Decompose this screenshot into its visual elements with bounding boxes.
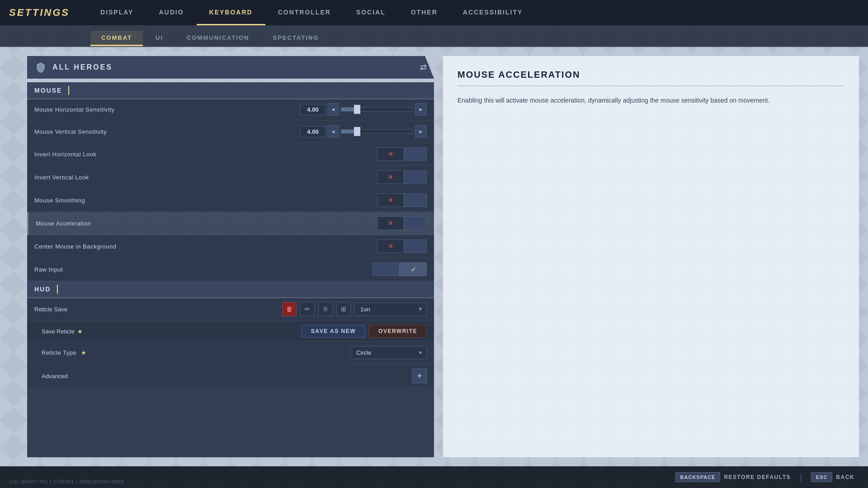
hero-icon (34, 61, 47, 74)
restore-defaults-label: RESTORE DEFAULTS (724, 474, 791, 480)
mouse-h-decrement[interactable]: ◄ (327, 103, 339, 116)
mouse-smoothing-label: Mouse Smoothing (34, 197, 377, 204)
info-panel-title: MOUSE ACCELERATION (458, 70, 844, 86)
invert-v-look-row: Invert Vertical Look ✕ (27, 166, 434, 189)
x-icon-3: ✕ (388, 197, 393, 204)
restore-defaults-button[interactable]: BACKSPACE RESTORE DEFAULTS (675, 472, 791, 482)
raw-input-toggle-on[interactable]: ✓ (400, 263, 427, 276)
center-mouse-row: Center Mouse in Background ✕ (27, 235, 434, 258)
raw-input-label: Raw Input (34, 266, 373, 273)
main-content: ALL HEROES ⇄ MOUSE Mouse Horizontal Sens… (0, 47, 868, 466)
check-icon: ✓ (410, 265, 416, 274)
advanced-label: Advanced (42, 373, 409, 380)
mouse-v-sensitivity-control: 4.00 ◄ ► (300, 125, 427, 138)
mouse-smoothing-toggle: ✕ (377, 193, 427, 207)
bottom-separator: | (800, 473, 802, 482)
nav-accessibility[interactable]: ACCESSIBILITY (450, 0, 536, 25)
mouse-acceleration-toggle: ✕ (377, 216, 427, 230)
save-reticle-label: Save Reticle ★ (42, 328, 298, 335)
bottom-bar: BACKSPACE RESTORE DEFAULTS | ESC BACK (0, 466, 868, 488)
x-icon-5: ✕ (388, 243, 393, 250)
mouse-v-decrement[interactable]: ◄ (327, 125, 339, 138)
invert-h-toggle-right[interactable] (404, 147, 427, 161)
reticle-delete-button[interactable]: 🗑 (282, 302, 297, 316)
nav-keyboard[interactable]: KEYBOARD (197, 0, 265, 25)
nav-social[interactable]: SOCIAL (344, 0, 398, 25)
reticle-type-dropdown-wrapper: Circle Crosshairs Dot Crosshairs and Dot… (350, 346, 427, 359)
x-icon-2: ✕ (388, 174, 393, 181)
uid-text: UID: 684977491 | 1708394 | 2886183094+08… (9, 479, 124, 484)
hud-section-header: HUD (27, 281, 434, 297)
center-mouse-label: Center Mouse in Background (34, 243, 377, 250)
mouse-v-sensitivity-label: Mouse Vertical Sensitivity (34, 128, 300, 135)
sub-nav: COMBAT UI COMMUNICATION SPECTATING (0, 25, 868, 47)
invert-h-toggle-off[interactable]: ✕ (377, 147, 404, 161)
nav-display[interactable]: DISPLAY (88, 0, 146, 25)
swap-icon[interactable]: ⇄ (420, 62, 427, 72)
left-panel: ALL HEROES ⇄ MOUSE Mouse Horizontal Sens… (27, 56, 434, 457)
save-as-new-button[interactable]: SAVE AS NEW (302, 325, 365, 338)
hud-section-line (57, 285, 58, 294)
invert-h-look-row: Invert Horizontal Look ✕ (27, 143, 434, 166)
reticle-import-button[interactable]: ⊞ (336, 302, 351, 316)
all-heroes-bar[interactable]: ALL HEROES ⇄ (27, 56, 434, 79)
reticle-type-dropdown[interactable]: Circle Crosshairs Dot Crosshairs and Dot… (350, 346, 427, 359)
invert-h-look-label: Invert Horizontal Look (34, 151, 377, 158)
raw-input-toggle-off[interactable] (373, 263, 400, 276)
all-heroes-label: ALL HEROES (52, 63, 415, 71)
app-container: SETTINGS DISPLAY AUDIO KEYBOARD CONTROLL… (0, 0, 868, 488)
reticle-save-label: Reticle Save (34, 306, 278, 313)
invert-v-toggle-right[interactable] (404, 170, 427, 184)
mouse-v-value: 4.00 (300, 126, 326, 137)
mouse-smoothing-row: Mouse Smoothing ✕ (27, 189, 434, 212)
tab-spectating[interactable]: SPECTATING (262, 31, 330, 46)
mouse-h-increment[interactable]: ► (415, 103, 427, 116)
mouse-h-value: 4.00 (300, 104, 326, 115)
mouse-v-slider[interactable] (341, 129, 413, 134)
overwrite-button[interactable]: OVERWRITE (369, 325, 427, 338)
save-reticle-row: Save Reticle ★ SAVE AS NEW OVERWRITE (27, 321, 434, 342)
back-button[interactable]: ESC BACK (811, 472, 854, 482)
raw-input-row: Raw Input ✓ (27, 258, 434, 281)
esc-key: ESC (811, 472, 833, 482)
invert-v-toggle: ✕ (377, 170, 427, 184)
advanced-expand-button[interactable]: + (412, 369, 427, 383)
reticle-type-row: Reticle Type ★ Circle Crosshairs Dot Cro… (27, 342, 434, 364)
mouse-h-slider[interactable] (341, 107, 413, 112)
mouse-v-sensitivity-row: Mouse Vertical Sensitivity 4.00 ◄ ► (27, 121, 434, 143)
backspace-key: BACKSPACE (675, 472, 721, 482)
top-nav: SETTINGS DISPLAY AUDIO KEYBOARD CONTROLL… (0, 0, 868, 25)
mouse-section-title: MOUSE (34, 87, 62, 94)
tab-communication[interactable]: COMMUNICATION (176, 31, 260, 46)
reticle-preset-dropdown-wrapper: 1un ▼ (354, 303, 427, 316)
app-title: SETTINGS (9, 7, 70, 19)
mouse-acceleration-toggle-off[interactable]: ✕ (377, 216, 404, 230)
mouse-v-increment[interactable]: ► (415, 125, 427, 138)
mouse-section-header: MOUSE (27, 82, 434, 99)
mouse-smoothing-toggle-off[interactable]: ✕ (377, 193, 404, 207)
invert-v-toggle-off[interactable]: ✕ (377, 170, 404, 184)
tab-combat[interactable]: COMBAT (90, 31, 143, 46)
mouse-acceleration-toggle-right[interactable] (404, 216, 427, 230)
reticle-edit-button[interactable]: ✏ (300, 302, 315, 316)
mouse-acceleration-row: Mouse Acceleration ✕ (27, 212, 434, 235)
invert-v-look-label: Invert Vertical Look (34, 174, 377, 181)
mouse-smoothing-toggle-right[interactable] (404, 193, 427, 207)
tab-ui[interactable]: UI (145, 31, 174, 46)
nav-other[interactable]: OTHER (398, 0, 450, 25)
reticle-save-row: Reticle Save 🗑 ✏ ⎘ ⊞ 1un ▼ (27, 297, 434, 321)
reticle-preset-dropdown[interactable]: 1un (354, 303, 427, 316)
advanced-row: Advanced + (27, 364, 434, 388)
nav-controller[interactable]: CONTROLLER (265, 0, 344, 25)
mouse-h-sensitivity-row: Mouse Horizontal Sensitivity 4.00 ◄ ► (27, 99, 434, 121)
mouse-h-sensitivity-control: 4.00 ◄ ► (300, 103, 427, 116)
center-mouse-toggle: ✕ (377, 239, 427, 253)
center-mouse-toggle-off[interactable]: ✕ (377, 239, 404, 253)
back-label: BACK (836, 474, 854, 480)
invert-h-toggle: ✕ (377, 147, 427, 161)
hud-section-title: HUD (34, 286, 51, 293)
nav-audio[interactable]: AUDIO (146, 0, 196, 25)
reticle-copy-button[interactable]: ⎘ (318, 302, 333, 316)
x-icon-4: ✕ (388, 220, 393, 227)
center-mouse-toggle-right[interactable] (404, 239, 427, 253)
